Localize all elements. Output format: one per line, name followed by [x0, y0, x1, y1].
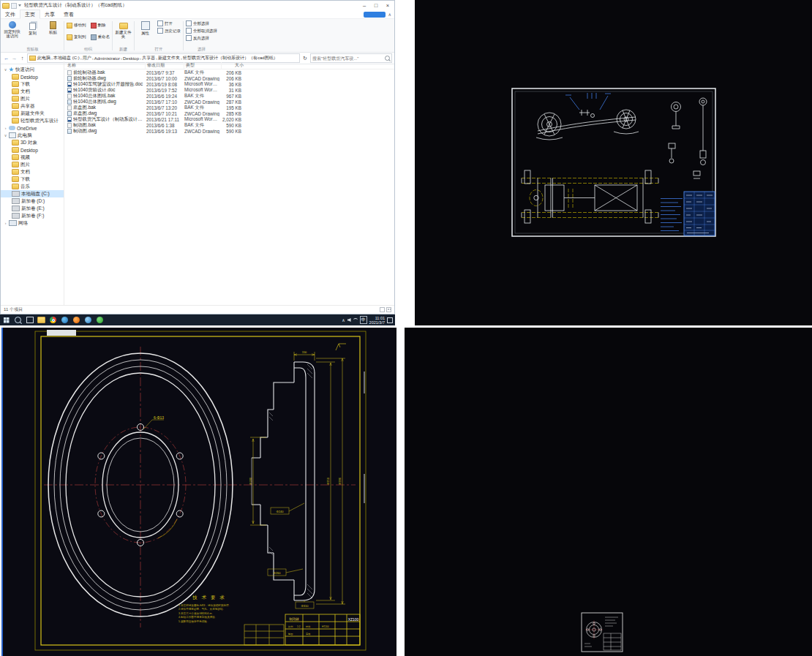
sidebar-item[interactable]: Desktop	[1, 73, 64, 80]
quick-access-toolbar-icon[interactable]	[11, 3, 17, 9]
tab-share[interactable]: 共享	[40, 10, 59, 18]
sidebar-item-onedrive[interactable]: ›OneDrive	[1, 124, 64, 132]
select-all-button[interactable]: 全部选择	[184, 20, 211, 27]
tray-chevron-icon[interactable]: ∧	[342, 317, 345, 323]
taskbar-wechat-button[interactable]	[94, 314, 105, 325]
minimize-button[interactable]: –	[359, 1, 369, 10]
taskbar-chrome-button[interactable]	[48, 314, 59, 325]
taskbar-edge-button[interactable]	[59, 314, 70, 325]
sidebar-item[interactable]: 音乐	[1, 183, 64, 190]
sidebar-item-this-pc[interactable]: ∨此电脑	[1, 132, 64, 139]
ribbon-collapse-icon[interactable]: ∧	[388, 12, 391, 17]
thumbnail-view-button[interactable]	[386, 307, 391, 312]
move-to-button[interactable]: 移动到	[65, 22, 88, 29]
paste-button[interactable]: 粘贴	[43, 20, 63, 34]
tab-home[interactable]: 主页	[20, 10, 40, 19]
column-header-name[interactable]: 名称	[67, 62, 146, 69]
forward-button[interactable]: →	[11, 55, 18, 61]
breadcrumb-segment[interactable]: 本地磁盘 (C:)	[53, 55, 80, 61]
sidebar-item[interactable]: 共享器	[1, 102, 64, 110]
tab-file[interactable]: 文件	[1, 10, 20, 18]
breadcrumb-segment[interactable]: 新建文件夹	[158, 55, 180, 61]
file-type: ZWCAD Drawing	[183, 129, 219, 134]
breadcrumb-segment[interactable]: 共享器	[142, 55, 155, 61]
sidebar-item[interactable]: Desktop	[1, 146, 64, 154]
sidebar-item[interactable]: 图片	[1, 161, 64, 168]
sidebar-item[interactable]: 新加卷 (F:)	[1, 212, 64, 219]
volume-icon[interactable]	[347, 318, 351, 322]
sidebar-item[interactable]: 新加卷 (D:)	[1, 197, 64, 205]
part-drawing-canvas[interactable]	[405, 328, 812, 656]
column-header-date[interactable]: 修改日期	[146, 62, 184, 69]
sidebar-item[interactable]: 新建文件夹	[1, 110, 64, 117]
expander-icon[interactable]: ∨	[4, 133, 7, 137]
refresh-button[interactable]: ↻	[301, 56, 309, 61]
breadcrumb-segment[interactable]: Administrator	[94, 56, 120, 61]
brake-drum-drawing-canvas[interactable]: 6-Φ13	[3, 328, 396, 656]
back-button[interactable]: ←	[3, 55, 10, 61]
tab-view[interactable]: 查看	[59, 10, 78, 18]
column-header-type[interactable]: 类型	[184, 62, 222, 69]
history-button[interactable]: 历史记录	[156, 27, 182, 34]
sidebar-item[interactable]: 文档	[1, 168, 64, 176]
table-row[interactable]: 制动图.dwg2013/6/6 19:13ZWCAD Drawing590 KB	[64, 128, 394, 134]
rename-button[interactable]: 重命名	[89, 34, 112, 41]
details-view-button[interactable]	[380, 307, 385, 312]
sidebar-item-label: 轻型载货汽车设计	[20, 118, 59, 124]
cad-viewport-brake-drum[interactable]: 6-Φ13	[1, 328, 396, 656]
column-header-size[interactable]: 大小	[222, 62, 246, 69]
properties-button[interactable]: 属性	[135, 20, 155, 35]
quick-access-dropdown-icon[interactable]	[18, 4, 21, 7]
sidebar-item[interactable]: 下载	[1, 80, 64, 88]
pin-to-quick-access-button[interactable]: 固定到快速访问	[2, 20, 22, 38]
search-input[interactable]	[312, 56, 385, 61]
expander-icon[interactable]: ›	[4, 221, 7, 225]
up-button[interactable]: ↑	[19, 55, 26, 61]
open-button[interactable]: 打开	[156, 20, 182, 27]
sidebar-item-label: 新加卷 (E:)	[21, 206, 45, 212]
network-status-icon[interactable]	[353, 318, 358, 322]
sidebar-item[interactable]: 文档	[1, 88, 64, 95]
task-view-button[interactable]	[24, 314, 35, 325]
ribbon-group-select: 全部选择 全部取消选择 反向选择 选择	[184, 20, 219, 52]
sidebar-item-network[interactable]: ›网络	[1, 219, 64, 227]
delete-button[interactable]: 删除	[89, 22, 112, 29]
copy-button[interactable]: 复制	[23, 20, 42, 35]
copy-to-button[interactable]: 复制到	[65, 34, 88, 41]
breadcrumb-segment[interactable]: Desktop	[123, 56, 139, 61]
taskbar-firefox-button[interactable]	[71, 314, 82, 325]
breadcrumb-segment[interactable]: 轻型载货汽车设计（制动系设计）（有cad图纸）	[183, 55, 278, 61]
file-date: 2013/6/19 7:52	[145, 88, 183, 93]
ime-indicator[interactable]: 中	[360, 316, 367, 324]
search-icon	[385, 56, 390, 61]
sidebar-item[interactable]: 3D 对象	[1, 139, 64, 146]
sidebar-item-quick-access[interactable]: ∨快速访问	[1, 66, 64, 73]
cad-viewport-part[interactable]	[405, 328, 812, 656]
start-button[interactable]	[1, 314, 12, 325]
close-button[interactable]: ×	[383, 1, 393, 10]
sidebar-item[interactable]: 新加卷 (E:)	[1, 205, 64, 212]
new-folder-button[interactable]: 新建文件夹	[113, 20, 133, 39]
cad-viewport-chassis[interactable]	[415, 0, 812, 325]
clock[interactable]: 11:012021/3/7	[369, 316, 385, 325]
expander-icon[interactable]: ›	[4, 126, 7, 130]
breadcrumb-segment[interactable]: 用户	[83, 55, 91, 61]
sidebar-item[interactable]: 下载	[1, 176, 64, 183]
taskbar-qq-button[interactable]	[83, 314, 94, 325]
sidebar-item[interactable]: 轻型载货汽车设计	[1, 117, 64, 124]
taskbar-explorer-button[interactable]	[36, 314, 47, 325]
sidebar-item[interactable]: 图片	[1, 95, 64, 102]
sidebar-item-local-disk-c[interactable]: 本地磁盘 (C:)	[1, 190, 64, 197]
expander-icon[interactable]: ∨	[4, 67, 7, 72]
chassis-drawing-canvas[interactable]	[415, 0, 812, 325]
invert-selection-button[interactable]: 反向选择	[184, 34, 211, 42]
action-center-button[interactable]	[387, 317, 393, 323]
maximize-button[interactable]: □	[371, 1, 381, 10]
taskbar-search-button[interactable]	[12, 314, 23, 325]
file-list: 名称 修改日期 类型 大小 前轮制动器.bak2013/6/7 9:37BAK …	[64, 61, 394, 306]
breadcrumb-segment[interactable]: 此电脑	[37, 55, 50, 61]
select-none-button[interactable]: 全部取消选择	[184, 27, 219, 34]
file-type: BAK 文件	[183, 122, 219, 129]
sidebar-item[interactable]: 视频	[1, 154, 64, 161]
blue-accent-badge[interactable]	[364, 12, 386, 18]
